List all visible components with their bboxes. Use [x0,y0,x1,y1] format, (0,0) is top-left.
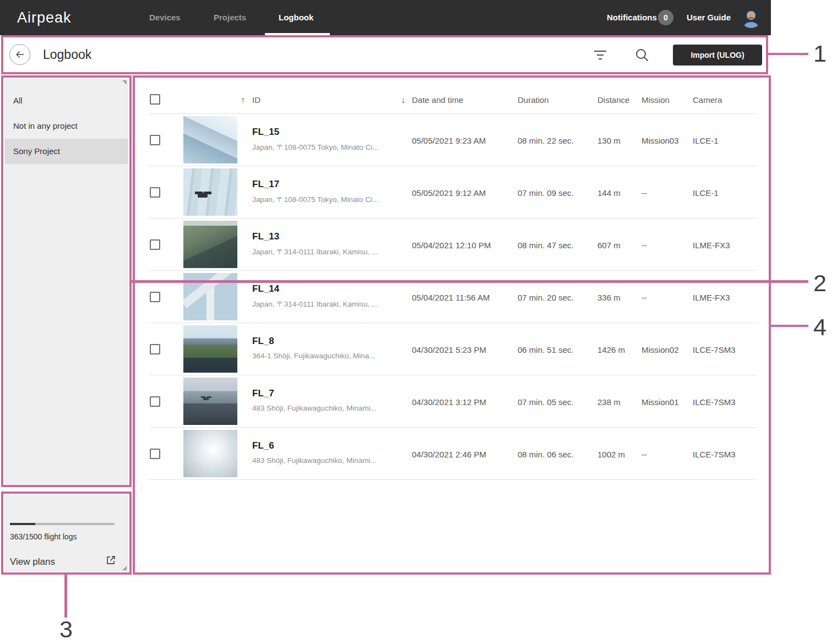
annotation-connector-3 [64,575,67,618]
flight-mission: -- [642,188,647,197]
flight-log-row[interactable]: FL_6 483 Shōji, Fujikawaguchiko, Minami.… [136,428,768,480]
flight-duration: 08 min. 47 sec. [518,240,574,249]
sidebar-item-not-in-any-project[interactable]: Not in any project [4,113,128,139]
row-checkbox[interactable] [150,239,160,250]
row-checkbox[interactable] [150,292,160,302]
flight-distance: 607 m [597,240,621,249]
select-all-checkbox[interactable] [150,94,160,105]
flight-duration: 08 min. 22 sec. [518,135,574,145]
flight-id: FL_8 [252,336,376,347]
annotation-label-1: 1 [813,42,837,66]
row-thumbnail [183,325,237,373]
flight-distance: 144 m [597,188,621,197]
column-header-mission[interactable]: Mission [642,95,670,105]
row-id-block: FL_8 364-1 Shōji, Fujikawaguchiko, Mina.… [252,336,376,360]
sort-descending-icon[interactable]: ↓ [401,95,405,105]
flight-datetime: 05/04/2021 11:56 AM [412,292,490,302]
row-checkbox[interactable] [150,187,160,198]
tab-logbook[interactable]: Logbook [279,13,313,22]
flight-distance: 130 m [597,135,621,145]
project-list: All Not in any project Sony Project [4,88,128,164]
row-thumbnail [183,430,237,477]
airpeak-logo: Airpeak [17,9,72,26]
external-link-icon[interactable] [105,555,116,566]
column-header-duration[interactable]: Duration [518,95,549,105]
flight-camera: ILCE-7SM3 [693,345,736,354]
open-in-new-glyph [105,555,116,566]
tab-projects[interactable]: Projects [214,13,246,22]
search-icon[interactable] [635,48,649,62]
page-title: Logbook [43,47,91,62]
flight-mission: -- [642,240,647,249]
flight-mission: -- [642,292,647,302]
flight-mission: Mission01 [642,397,679,406]
flight-location: 483 Shōji, Fujikawaguchiko, Minami... [252,456,377,465]
view-plans-link[interactable]: View plans [10,556,55,567]
plan-usage-progress-track [10,523,115,525]
notifications-link[interactable]: Notifications [607,13,657,22]
flight-log-row[interactable]: FL_8 364-1 Shōji, Fujikawaguchiko, Mina.… [136,323,768,375]
sort-ascending-icon[interactable]: ↑ [241,95,245,105]
row-checkbox[interactable] [150,135,160,145]
plan-usage-panel: 363/1500 flight logs View plans [4,495,128,572]
project-list-panel: All Not in any project Sony Project [4,79,128,484]
flight-log-row[interactable]: FL_14 Japan, 〒314-0111 Ibaraki, Kamisu, … [136,271,768,323]
flight-id: FL_14 [252,283,378,294]
annotation-label-2: 2 [813,271,837,295]
sidebar-item-label: All [13,96,23,105]
flight-camera: ILME-FX3 [693,240,730,249]
row-checkbox[interactable] [150,449,160,459]
column-header-id[interactable]: ID [252,95,260,105]
flight-camera: ILCE-1 [693,135,719,145]
flight-duration: 08 min. 06 sec. [518,449,574,459]
back-button[interactable] [9,44,30,65]
flight-mission: Mission02 [642,345,679,354]
flight-log-table: ↑ ID ↓ Date and time Duration Distance M… [136,78,768,572]
magnifier-glyph [635,48,649,62]
flight-distance: 238 m [597,397,621,406]
flight-location: 364-1 Shōji, Fujikawaguchiko, Mina... [252,352,376,360]
column-header-camera[interactable]: Camera [693,95,722,105]
tab-devices[interactable]: Devices [149,13,181,22]
user-avatar[interactable] [741,7,762,28]
import-ulog-button[interactable]: Import (ULOG) [673,45,762,66]
sidebar-item-all[interactable]: All [4,88,128,113]
panel-resize-grip-icon[interactable] [122,80,127,85]
flight-log-row[interactable]: FL_15 Japan, 〒108-0075 Tokyo, Minato Ci.… [136,114,768,166]
row-id-block: FL_13 Japan, 〒314-0111 Ibaraki, Kamisu, … [252,231,378,257]
flight-mission: Mission03 [642,135,679,145]
flight-datetime: 04/30/2021 3:12 PM [412,397,486,406]
table-header-row: ↑ ID ↓ Date and time Duration Distance M… [136,78,768,114]
column-header-date[interactable]: Date and time [412,95,463,105]
row-thumbnail [183,168,237,216]
row-checkbox[interactable] [150,344,160,354]
flight-log-row[interactable]: FL_13 Japan, 〒314-0111 Ibaraki, Kamisu, … [136,219,768,271]
flight-duration: 07 min. 09 sec. [518,188,574,197]
flight-log-row[interactable]: FL_17 Japan, 〒108-0075 Tokyo, Minato Ci.… [136,166,768,219]
user-guide-link[interactable]: User Guide [687,13,731,22]
flight-mission: -- [642,449,647,459]
flight-log-row[interactable]: FL_7 483 Shōji, Fujikawaguchiko, Minami.… [136,375,768,428]
flight-duration: 07 min. 05 sec. [518,397,574,406]
notifications-count-badge[interactable]: 0 [658,10,673,25]
flight-duration: 06 min. 51 sec. [518,345,574,354]
row-id-block: FL_14 Japan, 〒314-0111 Ibaraki, Kamisu, … [252,283,378,309]
column-header-distance[interactable]: Distance [597,95,629,105]
sidebar-item-sony-project[interactable]: Sony Project [4,139,128,164]
flight-duration: 07 min. 20 sec. [518,292,574,302]
flight-location: Japan, 〒314-0111 Ibaraki, Kamisu, ... [252,247,378,257]
panel-resize-grip-icon[interactable] [122,566,127,570]
flight-id: FL_6 [252,440,377,451]
filter-icon[interactable] [594,51,606,60]
flight-log-usage-text: 363/1500 flight logs [10,532,77,541]
flight-camera: ILCE-7SM3 [693,397,736,406]
flight-id: FL_15 [252,127,378,138]
row-checkbox[interactable] [150,396,160,407]
plan-usage-progress-fill [10,523,35,525]
flight-camera: ILCE-7SM3 [693,449,736,459]
flight-location: Japan, 〒108-0075 Tokyo, Minato Ci... [252,195,378,205]
flight-location: Japan, 〒108-0075 Tokyo, Minato Ci... [252,143,378,152]
flight-distance: 1002 m [597,449,625,459]
flight-datetime: 05/05/2021 9:23 AM [412,135,486,145]
flight-id: FL_13 [252,231,378,242]
